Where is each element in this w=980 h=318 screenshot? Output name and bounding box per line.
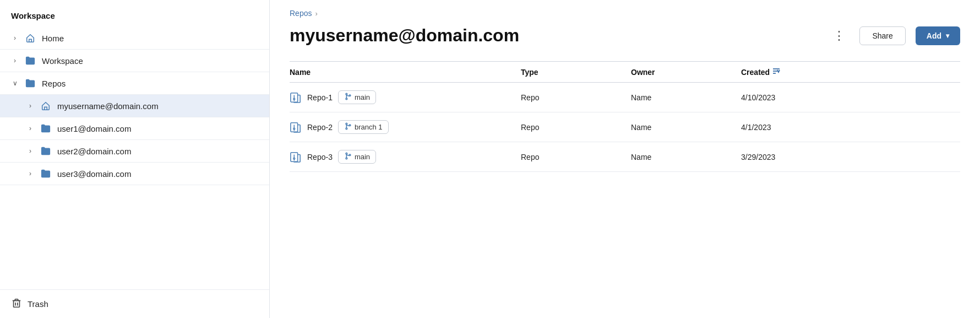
sidebar-item-repos[interactable]: ∨ Repos — [0, 72, 269, 95]
repo-icon — [290, 152, 302, 163]
sort-icon — [772, 67, 781, 77]
sidebar-item-trash[interactable]: Trash — [0, 289, 269, 318]
col-created[interactable]: Created — [741, 67, 851, 77]
sidebar-item-label: Home — [42, 34, 64, 43]
repo-created: 4/10/2023 — [741, 93, 851, 102]
trash-label: Trash — [28, 299, 48, 309]
breadcrumb-repos-link[interactable]: Repos — [290, 9, 312, 18]
repo-type: Repo — [521, 123, 631, 132]
repo-name: Repo-1 — [307, 93, 333, 102]
branch-name: branch 1 — [355, 123, 383, 131]
add-button[interactable]: Add ▾ — [916, 26, 960, 45]
svg-point-26 — [346, 153, 347, 154]
sidebar-item-label: user2@domain.com — [57, 147, 131, 156]
repo-name-cell: Repo-2 branch 1 — [290, 120, 521, 134]
home-icon — [40, 101, 52, 111]
chevron-down-icon: ∨ — [11, 79, 19, 87]
svg-point-10 — [346, 93, 347, 95]
repo-name-cell: Repo-3 main — [290, 150, 521, 164]
svg-point-15 — [293, 128, 295, 130]
page-header: myusername@domain.com ⋮ Share Add ▾ — [290, 25, 960, 46]
share-button[interactable]: Share — [859, 26, 905, 45]
sidebar-item-myusername[interactable]: › myusername@domain.com — [0, 95, 269, 117]
page-title: myusername@domain.com — [290, 25, 819, 46]
folder-icon — [40, 146, 52, 156]
folder-icon — [40, 169, 52, 179]
table-header: Name Type Owner Created — [290, 62, 960, 83]
repo-created: 3/29/2023 — [741, 153, 851, 161]
branch-badge[interactable]: branch 1 — [338, 120, 389, 134]
table-row[interactable]: Repo-1 main Repo Name 4/ — [290, 83, 960, 112]
table-row[interactable]: Repo-2 branch 1 Repo Name — [290, 112, 960, 142]
breadcrumb: Repos › — [290, 9, 960, 18]
chevron-right-icon: › — [26, 102, 34, 110]
chevron-right-icon: › — [26, 125, 34, 132]
col-type: Type — [521, 67, 631, 77]
repos-table: Name Type Owner Created — [290, 61, 960, 172]
sidebar-item-label: user1@domain.com — [57, 124, 131, 133]
sidebar-item-user3[interactable]: › user3@domain.com — [0, 163, 269, 185]
svg-point-11 — [346, 98, 347, 100]
chevron-right-icon: › — [11, 57, 19, 64]
svg-point-19 — [346, 128, 347, 130]
svg-point-23 — [293, 158, 295, 159]
folder-icon — [24, 56, 36, 66]
branch-badge[interactable]: main — [338, 150, 376, 164]
main-content: Repos › myusername@domain.com ⋮ Share Ad… — [270, 0, 980, 318]
branch-icon — [344, 152, 352, 161]
sidebar: Workspace › Home › Workspace ∨ Repos — [0, 0, 270, 318]
repo-icon — [290, 122, 302, 133]
chevron-right-icon: › — [26, 170, 34, 177]
sidebar-section-title: Workspace — [0, 7, 269, 27]
table-row[interactable]: Repo-3 main Repo Name 3/ — [290, 142, 960, 172]
repo-name: Repo-3 — [307, 153, 333, 161]
repo-name: Repo-2 — [307, 123, 333, 132]
branch-badge[interactable]: main — [338, 90, 376, 104]
home-icon — [24, 33, 36, 43]
repo-type: Repo — [521, 153, 631, 161]
branch-name: main — [355, 153, 370, 161]
repo-owner: Name — [631, 93, 741, 102]
repo-owner: Name — [631, 123, 741, 132]
breadcrumb-separator: › — [315, 9, 317, 18]
col-owner: Owner — [631, 67, 741, 77]
folder-icon — [24, 78, 36, 88]
sidebar-item-label: Repos — [42, 79, 66, 88]
repo-name-cell: Repo-1 main — [290, 90, 521, 104]
repo-icon — [290, 92, 302, 103]
more-options-button[interactable]: ⋮ — [829, 28, 850, 44]
svg-point-7 — [293, 98, 295, 100]
repo-owner: Name — [631, 153, 741, 161]
add-label: Add — [927, 31, 941, 40]
sidebar-item-label: Workspace — [42, 56, 83, 66]
col-name: Name — [290, 67, 521, 77]
sidebar-item-workspace[interactable]: › Workspace — [0, 50, 269, 72]
branch-icon — [344, 122, 352, 132]
sidebar-item-label: user3@domain.com — [57, 169, 131, 179]
sidebar-item-user1[interactable]: › user1@domain.com — [0, 117, 269, 140]
svg-point-27 — [346, 158, 347, 159]
branch-icon — [344, 93, 352, 102]
trash-icon — [11, 298, 22, 310]
branch-name: main — [355, 93, 370, 101]
chevron-right-icon: › — [26, 147, 34, 155]
sidebar-item-home[interactable]: › Home — [0, 27, 269, 50]
repo-type: Repo — [521, 93, 631, 102]
repo-created: 4/1/2023 — [741, 123, 851, 132]
sidebar-item-user2[interactable]: › user2@domain.com — [0, 140, 269, 163]
svg-rect-0 — [14, 300, 20, 307]
sidebar-item-label: myusername@domain.com — [57, 101, 159, 111]
folder-icon — [40, 123, 52, 133]
svg-point-18 — [346, 123, 347, 125]
add-chevron-icon: ▾ — [946, 32, 949, 40]
chevron-right-icon: › — [11, 34, 19, 42]
